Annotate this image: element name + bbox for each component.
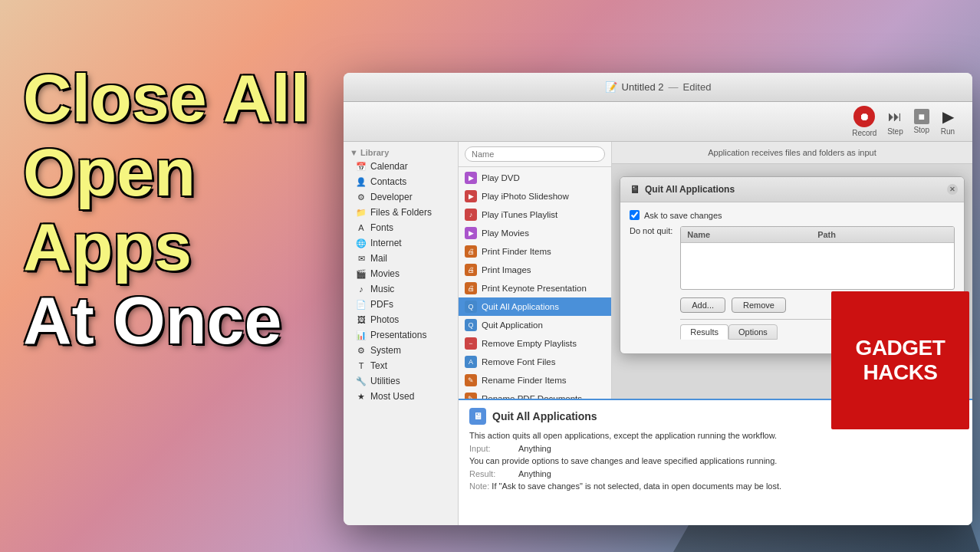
library-expand-icon[interactable]: ▼: [350, 148, 358, 157]
actions-search-container: [459, 142, 611, 167]
gadget-hacks-text: GADGET HACKS: [856, 336, 945, 385]
action-play-movies[interactable]: ▶ Play Movies: [459, 224, 611, 242]
tooltip-note-row: Note: If "Ask to save changes" is not se…: [469, 481, 962, 491]
edited-badge: Edited: [683, 81, 712, 93]
sidebar-item-developer[interactable]: ⚙ Developer: [344, 189, 458, 205]
col-path: Path: [817, 230, 948, 239]
tooltip-result-row: Result: Anything: [469, 469, 962, 478]
sidebar-item-photos[interactable]: 🖼 Photos: [344, 312, 458, 327]
stop-button[interactable]: ■ Stop: [913, 109, 929, 134]
action-quit-all[interactable]: Q Quit All Applications: [459, 297, 611, 316]
tab-results[interactable]: Results: [680, 324, 728, 340]
action-icon-quit-app: Q: [465, 319, 477, 331]
action-print-keynote[interactable]: 🖨 Print Keynote Presentation: [459, 279, 611, 297]
action-remove-font[interactable]: A Remove Font Files: [459, 353, 611, 371]
text-icon: T: [356, 360, 367, 371]
presentations-icon: 📊: [356, 330, 367, 340]
tooltip-title-text: Quit All Applications: [492, 410, 597, 422]
toolbar: ⏺ Record ⏭ Step ■ Stop ▶ Run: [344, 102, 972, 142]
tooltip-description2: You can provide options to save changes …: [469, 456, 962, 465]
remove-button[interactable]: Remove: [732, 297, 786, 313]
sidebar-item-text[interactable]: T Text: [344, 358, 458, 373]
do-not-quit-table: Name Path: [680, 226, 955, 290]
action-icon-play-iphoto: ▶: [465, 190, 477, 202]
sidebar-item-mail[interactable]: ✉ Mail: [344, 251, 458, 266]
record-button[interactable]: ⏺ Record: [852, 106, 876, 137]
tooltip-note-label: Note:: [469, 481, 489, 491]
overlay-text: Close All Open Apps At Once: [23, 61, 309, 358]
action-icon-remove-font: A: [465, 356, 477, 368]
record-icon: ⏺: [853, 106, 875, 127]
stop-icon: ■: [914, 109, 929, 124]
tooltip-note-value: If "Ask to save changes" is not selected…: [492, 481, 781, 491]
action-icon-rename-finder: ✎: [465, 374, 477, 386]
action-quit-app[interactable]: Q Quit Application: [459, 316, 611, 334]
action-print-finder[interactable]: 🖨 Print Finder Items: [459, 242, 611, 261]
photos-icon: 🖼: [356, 314, 367, 325]
tooltip-input-value: Anything: [518, 444, 962, 453]
quit-dialog-close-button[interactable]: ✕: [947, 184, 958, 195]
action-play-itunes[interactable]: ♪ Play iTunes Playlist: [459, 205, 611, 224]
add-button[interactable]: Add...: [680, 297, 725, 313]
overlay-line4: At Once: [23, 284, 309, 358]
utilities-icon: 🔧: [356, 376, 367, 386]
sidebar-item-internet[interactable]: 🌐 Internet: [344, 235, 458, 251]
sidebar-item-pdfs[interactable]: 📄 PDFs: [344, 297, 458, 312]
quit-dialog-title-bar: 🖥 Quit All Applications ✕: [620, 177, 964, 202]
mail-icon: ✉: [356, 253, 367, 264]
sidebar-item-fonts[interactable]: A Fonts: [344, 220, 458, 235]
sidebar-item-most-used[interactable]: ★ Most Used: [344, 389, 458, 404]
action-print-images[interactable]: 🖨 Print Images: [459, 261, 611, 279]
music-icon: ♪: [356, 284, 367, 294]
action-play-iphoto[interactable]: ▶ Play iPhoto Slideshow: [459, 187, 611, 205]
action-rename-finder[interactable]: ✎ Rename Finder Items: [459, 371, 611, 389]
title-icon: 📝: [605, 81, 617, 93]
gadget-hacks-line2: HACKS: [856, 360, 945, 385]
col-name: Name: [687, 230, 817, 239]
title-bar-title: 📝 Untitled 2 — Edited: [605, 81, 712, 93]
ask-save-checkbox[interactable]: [630, 210, 640, 220]
action-play-dvd[interactable]: ▶ Play DVD: [459, 169, 611, 187]
tooltip-input-row: Input: Anything: [469, 444, 962, 453]
step-button[interactable]: ⏭ Step: [883, 107, 907, 136]
tooltip-description: This action quits all open applications,…: [469, 431, 962, 440]
tooltip-input-label: Input:: [469, 444, 515, 453]
internet-icon: 🌐: [356, 238, 367, 248]
sidebar-item-contacts[interactable]: 👤 Contacts: [344, 174, 458, 189]
sidebar-item-calendar[interactable]: 📅 Calendar: [344, 159, 458, 174]
action-icon-play-dvd: ▶: [465, 172, 477, 184]
gadget-hacks-badge: GADGET HACKS: [831, 291, 969, 429]
sidebar-item-movies[interactable]: 🎬 Movies: [344, 266, 458, 281]
fonts-icon: A: [356, 222, 367, 233]
action-icon-print-finder: 🖨: [465, 245, 477, 258]
overlay-line2: Open: [23, 136, 309, 210]
actions-search-input[interactable]: [465, 146, 605, 162]
run-button[interactable]: ▶ Run: [936, 107, 960, 136]
ask-save-label: Ask to save changes: [644, 211, 722, 220]
title-bar: 📝 Untitled 2 — Edited: [344, 73, 972, 102]
overlay-line1: Close All: [23, 61, 309, 136]
sidebar-item-files-folders[interactable]: 📁 Files & Folders: [344, 205, 458, 220]
action-icon-quit-all: Q: [465, 301, 477, 313]
tooltip-icon: 🖥: [469, 408, 486, 425]
sidebar-item-system[interactable]: ⚙ System: [344, 343, 458, 358]
sidebar-library-header: ▼ Library: [344, 145, 458, 159]
table-header: Name Path: [681, 227, 954, 243]
movies-icon: 🎬: [356, 268, 367, 279]
sidebar-item-utilities[interactable]: 🔧 Utilities: [344, 373, 458, 389]
action-icon-print-keynote: 🖨: [465, 282, 477, 294]
workflow-header: Application receives files and folders a…: [612, 142, 972, 164]
table-body: [681, 243, 954, 289]
developer-icon: ⚙: [356, 192, 367, 202]
sidebar-item-presentations[interactable]: 📊 Presentations: [344, 327, 458, 343]
sidebar: ▼ Library 📅 Calendar 👤 Contacts ⚙ Develo…: [344, 142, 459, 525]
system-icon: ⚙: [356, 345, 367, 356]
action-icon-play-movies: ▶: [465, 227, 477, 239]
calendar-icon: 📅: [356, 161, 367, 172]
files-folders-icon: 📁: [356, 207, 367, 218]
tab-options[interactable]: Options: [728, 324, 778, 340]
tooltip-result-value: Anything: [518, 469, 962, 478]
do-not-quit-label: Do not quit:: [630, 226, 673, 235]
action-remove-empty-playlists[interactable]: − Remove Empty Playlists: [459, 334, 611, 353]
sidebar-item-music[interactable]: ♪ Music: [344, 281, 458, 297]
